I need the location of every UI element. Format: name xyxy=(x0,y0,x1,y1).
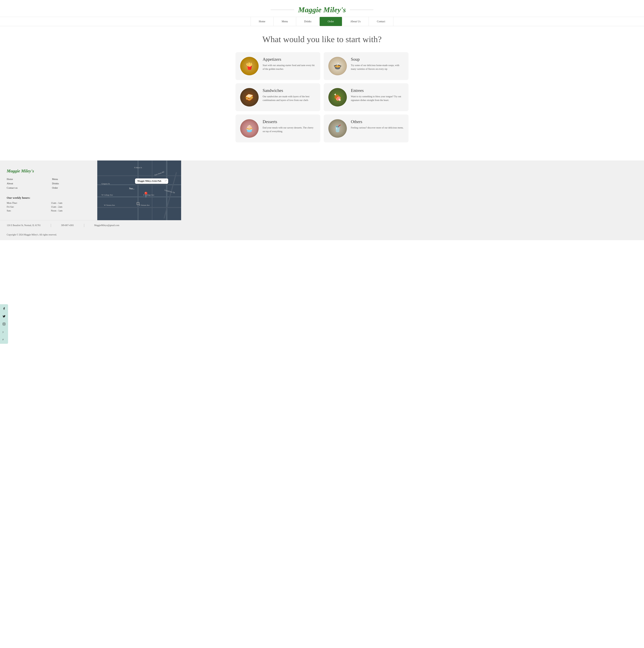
footer-email: MaggieMileys@gmail.com xyxy=(94,224,119,227)
menu-card-others[interactable]: 🥤OthersFeeling curious? discover more of… xyxy=(324,115,409,142)
menu-card-desc-soup: Try some of our delicious home-made soup… xyxy=(351,64,404,71)
nav-item-order[interactable]: Order xyxy=(320,17,342,26)
menu-card-soup[interactable]: 🍲SoupTry some of our delicious home-made… xyxy=(324,52,409,80)
map-label-w-college: W College Ave xyxy=(101,194,113,196)
footer-link-order[interactable]: Order xyxy=(52,186,91,189)
footer-hours-grid: Mon-Thur:11am - 1amFri-Sat:11am - 2amSun… xyxy=(7,202,91,212)
footer-link-contact-us[interactable]: Contact us xyxy=(7,186,45,189)
map-label-nor: Nor... xyxy=(129,187,135,190)
map-label-main-st: N Main St xyxy=(134,166,142,168)
site-header: Maggie Miley's xyxy=(0,0,644,17)
map-tooltip: Maggie Mileys Irish Pub × xyxy=(135,178,168,184)
map-label-gregory: Gregory St xyxy=(101,182,110,184)
menu-card-title-appetizers: Appetizers xyxy=(263,57,316,62)
nav-item-drinks[interactable]: Drinks xyxy=(296,17,320,26)
map-label-w-vernon: W Vernon Ave xyxy=(104,204,115,206)
footer-left: Maggie Miley's HomeAboutContact usMenuDr… xyxy=(0,160,97,220)
footer-links-col2: MenuDrinksOrder xyxy=(52,178,91,191)
header-line-left xyxy=(271,10,294,10)
footer-links: HomeAboutContact usMenuDrinksOrder xyxy=(7,178,91,191)
menu-card-text-desserts: DessertsEnd your meals with our savory d… xyxy=(263,119,316,133)
hours-day: Mon-Thur: xyxy=(7,202,46,205)
footer-link-about[interactable]: About xyxy=(7,182,45,185)
footer-phone: 309-807-4301 xyxy=(61,224,74,227)
menu-card-text-sandwiches: SandwichesOur sandwiches are made with l… xyxy=(263,88,316,102)
menu-card-img-sandwiches: 🥪 xyxy=(240,88,259,107)
menu-card-img-others: 🥤 xyxy=(328,119,347,138)
footer-divider2 xyxy=(84,224,84,227)
menu-card-title-sandwiches: Sandwiches xyxy=(263,88,316,93)
menu-card-appetizers[interactable]: 🍟AppetizersStart with our amazing starte… xyxy=(235,52,320,80)
menu-card-desc-others: Feeling curious? discover more of our de… xyxy=(351,126,404,129)
menu-card-desc-entrees: Want to try something to bless your tong… xyxy=(351,95,404,102)
footer-link-home[interactable]: Home xyxy=(7,178,45,180)
menu-card-img-appetizers: 🍟 xyxy=(240,57,259,75)
main-content: What would you like to start with? 🍟Appe… xyxy=(231,26,413,150)
site-footer: Maggie Miley's HomeAboutContact usMenuDr… xyxy=(0,160,644,240)
footer-copyright: Copyright © 2024 Maggie Miley's. All rig… xyxy=(0,230,181,240)
map-tooltip-text: Maggie Mileys Irish Pub xyxy=(138,180,161,182)
menu-card-desc-desserts: End your meals with our savory desserts.… xyxy=(263,126,316,133)
hours-time: Noon - 1am xyxy=(51,209,91,212)
footer-link-menu[interactable]: Menu xyxy=(52,178,91,180)
menu-card-desc-appetizers: Start with our amazing starter food and … xyxy=(263,64,316,71)
nav-item-menu[interactable]: Menu xyxy=(274,17,296,26)
menu-card-title-entrees: Entrees xyxy=(351,88,404,93)
footer-links-col1: HomeAboutContact us xyxy=(7,178,45,191)
menu-card-title-others: Others xyxy=(351,119,404,124)
hours-day: Sun: xyxy=(7,209,46,212)
footer-address: 126 E Beaufort St, Normal, IL 61761 xyxy=(7,224,41,227)
footer-link-drinks[interactable]: Drinks xyxy=(52,182,91,185)
footer-brand: Maggie Miley's xyxy=(7,168,91,174)
copyright-text: Copyright © 2024 Maggie Miley's. All rig… xyxy=(7,233,57,236)
map-label-e-vernon: E Vernon Ave xyxy=(139,204,150,206)
menu-card-entrees[interactable]: 🍖EntreesWant to try something to bless y… xyxy=(324,83,409,111)
hours-time: 11am - 2am xyxy=(51,205,91,208)
menu-card-sandwiches[interactable]: 🥪SandwichesOur sandwiches are made with … xyxy=(235,83,320,111)
menu-card-img-desserts: 🧁 xyxy=(240,119,259,138)
footer-hours: Our weekly hours: Mon-Thur:11am - 1amFri… xyxy=(7,196,91,212)
main-nav: HomeMenuDrinksOrderAbout UsContact xyxy=(0,17,644,26)
map-pin: 📍 xyxy=(143,192,149,198)
menu-card-desserts[interactable]: 🧁DessertsEnd your meals with our savory … xyxy=(235,115,320,142)
map-container: N Main St Gregory St Nor... W College Av… xyxy=(97,160,181,220)
menu-card-title-soup: Soup xyxy=(351,57,404,62)
nav-item-home[interactable]: Home xyxy=(251,17,274,26)
site-title: Maggie Miley's xyxy=(298,5,346,14)
nav-item-about-us[interactable]: About Us xyxy=(342,17,369,26)
menu-card-img-soup: 🍲 xyxy=(328,57,347,75)
footer-map: N Main St Gregory St Nor... W College Av… xyxy=(97,160,181,220)
footer-hours-title: Our weekly hours: xyxy=(7,196,91,200)
menu-card-desc-sandwiches: Our sandwiches are made with layers of t… xyxy=(263,95,316,102)
menu-grid: 🍟AppetizersStart with our amazing starte… xyxy=(235,52,409,142)
menu-card-text-others: OthersFeeling curious? discover more of … xyxy=(351,119,404,129)
menu-card-text-soup: SoupTry some of our delicious home-made … xyxy=(351,57,404,71)
footer-bottom: 126 E Beaufort St, Normal, IL 61761 309-… xyxy=(0,220,181,230)
hours-day: Fri-Sat: xyxy=(7,205,46,208)
menu-card-text-entrees: EntreesWant to try something to bless yo… xyxy=(351,88,404,102)
menu-card-text-appetizers: AppetizersStart with our amazing starter… xyxy=(263,57,316,71)
menu-card-title-desserts: Desserts xyxy=(263,119,316,124)
menu-card-img-entrees: 🍖 xyxy=(328,88,347,107)
header-line-right xyxy=(350,10,373,10)
nav-item-contact[interactable]: Contact xyxy=(369,17,393,26)
page-heading: What would you like to start with? xyxy=(235,34,409,44)
hours-time: 11am - 1am xyxy=(51,202,91,205)
map-tooltip-close[interactable]: × xyxy=(165,180,166,182)
map-square-marker xyxy=(137,202,140,205)
